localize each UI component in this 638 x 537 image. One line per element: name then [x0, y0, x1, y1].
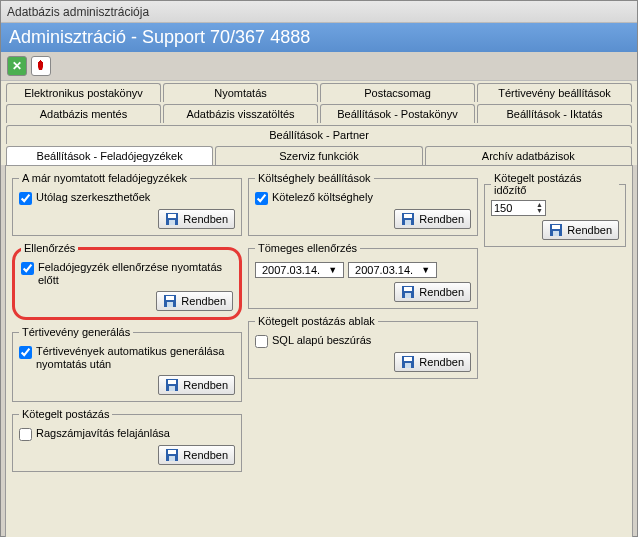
chk-feladojegyzek-ell[interactable] [21, 262, 34, 275]
date-to[interactable]: 2007.03.14. ▼ [348, 262, 437, 278]
chk-ragszam-label: Ragszámjavítás felajánlása [36, 427, 170, 440]
col-2: Költséghely beállítások Kötelező költség… [248, 172, 478, 478]
btn-rendben-idozito[interactable]: Rendben [542, 220, 619, 240]
floppy-icon [165, 212, 179, 226]
svg-rect-4 [166, 296, 174, 300]
group-kotegelt-post-legend: Kötegelt postázás [19, 408, 112, 420]
floppy-icon [401, 212, 415, 226]
group-idozito-legend: Kötegelt postázás időzítő [491, 172, 619, 196]
tab-nyomtatas[interactable]: Nyomtatás [163, 83, 318, 102]
tab-beall-partner[interactable]: Beállítások - Partner [6, 125, 632, 144]
tab-szerviz[interactable]: Szerviz funkciók [215, 146, 422, 165]
group-tomeges: Tömeges ellenőrzés 2007.03.14. ▼ 2007.03… [248, 242, 478, 309]
tab-tertivveveny-beall[interactable]: Tértivevény beállítások [477, 83, 632, 102]
svg-rect-22 [552, 225, 560, 229]
toolbar: ✕ [1, 52, 637, 81]
group-tomeges-legend: Tömeges ellenőrzés [255, 242, 360, 254]
chk-kotelezo-koltseghely[interactable] [255, 192, 268, 205]
svg-rect-1 [168, 214, 176, 218]
btn-rendben-koltseghely[interactable]: Rendben [394, 209, 471, 229]
svg-rect-10 [168, 450, 176, 454]
spin-value: 150 [494, 202, 512, 214]
header: Adminisztráció - Support 70/367 4888 [1, 23, 637, 52]
btn-rendben-nyomtatott[interactable]: Rendben [158, 209, 235, 229]
group-ellenorzes-legend: Ellenőrzés [21, 242, 78, 254]
floppy-icon [165, 448, 179, 462]
svg-rect-20 [405, 363, 411, 368]
tab-postacsomag[interactable]: Postacsomag [320, 83, 475, 102]
date-from[interactable]: 2007.03.14. ▼ [255, 262, 344, 278]
svg-rect-13 [404, 214, 412, 218]
chk-tertivveveny-auto[interactable] [19, 346, 32, 359]
chk-utolag[interactable] [19, 192, 32, 205]
tabs-row-2: Adatbázis mentés Adatbázis visszatöltés … [1, 102, 637, 144]
floppy-icon [401, 285, 415, 299]
floppy-icon [163, 294, 177, 308]
col-1: A már nyomtatott feladójegyzékek Utólag … [12, 172, 242, 478]
chk-kotelezo-koltseghely-label: Kötelező költséghely [272, 191, 373, 204]
group-idozito: Kötegelt postázás időzítő 150 ▲ ▼ Rendbe… [484, 172, 626, 247]
group-ellenorzes: Ellenőrzés Feladójegyzék ellenőrzése nyo… [12, 242, 242, 320]
tab-beall-postakonyv[interactable]: Beállítások - Postakönyv [320, 104, 475, 123]
titlebar: Adatbázis adminisztrációja [1, 1, 637, 23]
group-nyomtatott-legend: A már nyomtatott feladójegyzékek [19, 172, 190, 184]
btn-rendben-ellenorzes[interactable]: Rendben [156, 291, 233, 311]
svg-rect-14 [405, 220, 411, 225]
svg-rect-19 [404, 357, 412, 361]
spin-idozito[interactable]: 150 ▲ ▼ [491, 200, 546, 216]
window-title: Adatbázis adminisztrációja [7, 5, 149, 19]
chk-sql-beszuras[interactable] [255, 335, 268, 348]
tabs-row-1: Elektronikus postakönyv Nyomtatás Postac… [1, 81, 637, 102]
header-title: Adminisztráció - Support 70/367 4888 [9, 27, 310, 47]
svg-rect-11 [169, 456, 175, 461]
group-tertivveveny-legend: Tértivevény generálás [19, 326, 133, 338]
group-koltseghely: Költséghely beállítások Kötelező költség… [248, 172, 478, 236]
window: Adatbázis adminisztrációja Adminisztráci… [0, 0, 638, 537]
tab-elektronikus[interactable]: Elektronikus postakönyv [6, 83, 161, 102]
svg-rect-8 [169, 386, 175, 391]
tabs-row-3: Beállítások - Feladójegyzékek Szerviz fu… [1, 144, 637, 165]
tab-archiv[interactable]: Archív adatbázisok [425, 146, 632, 165]
tab-content: A már nyomtatott feladójegyzékek Utólag … [5, 165, 633, 537]
group-kotegelt-ablak: Kötegelt postázás ablak SQL alapú beszúr… [248, 315, 478, 379]
group-kotegelt-postazas: Kötegelt postázás Ragszámjavítás felaján… [12, 408, 242, 472]
svg-rect-16 [404, 287, 412, 291]
chevron-down-icon: ▼ [324, 265, 341, 275]
svg-rect-2 [169, 220, 175, 225]
chk-ragszam[interactable] [19, 428, 32, 441]
chevron-down-icon: ▼ [417, 265, 434, 275]
group-tertivveveny: Tértivevény generálás Tértivevények auto… [12, 326, 242, 402]
btn-rendben-kotegelt-ablak[interactable]: Rendben [394, 352, 471, 372]
svg-rect-23 [553, 231, 559, 236]
svg-rect-17 [405, 293, 411, 298]
floppy-icon [549, 223, 563, 237]
svg-rect-7 [168, 380, 176, 384]
chk-tertivveveny-auto-label: Tértivevények automatikus generálása nyo… [36, 345, 235, 371]
chk-sql-beszuras-label: SQL alapú beszúrás [272, 334, 371, 347]
btn-rendben-kotegelt-post[interactable]: Rendben [158, 445, 235, 465]
svg-rect-5 [167, 302, 173, 307]
tab-beall-iktatas[interactable]: Beállítások - Iktatás [477, 104, 632, 123]
floppy-icon [401, 355, 415, 369]
floppy-icon [165, 378, 179, 392]
chevron-down-icon: ▼ [536, 208, 543, 214]
group-kotegelt-ablak-legend: Kötegelt postázás ablak [255, 315, 378, 327]
col-3: Kötegelt postázás időzítő 150 ▲ ▼ Rendbe… [484, 172, 626, 478]
confirm-button[interactable]: ✕ [7, 56, 27, 76]
group-koltseghely-legend: Költséghely beállítások [255, 172, 374, 184]
hand-icon [34, 59, 48, 73]
btn-rendben-tomeges[interactable]: Rendben [394, 282, 471, 302]
chk-utolag-label: Utólag szerkeszthetőek [36, 191, 150, 204]
tab-beall-feladojegyzekek[interactable]: Beállítások - Feladójegyzékek [6, 146, 213, 165]
tab-visszatoltes[interactable]: Adatbázis visszatöltés [163, 104, 318, 123]
group-nyomtatott: A már nyomtatott feladójegyzékek Utólag … [12, 172, 242, 236]
stop-button[interactable] [31, 56, 51, 76]
chk-feladojegyzek-ell-label: Feladójegyzék ellenőrzése nyomtatás előt… [38, 261, 233, 287]
spin-buttons[interactable]: ▲ ▼ [536, 202, 543, 214]
btn-rendben-tertivveveny[interactable]: Rendben [158, 375, 235, 395]
tab-mentes[interactable]: Adatbázis mentés [6, 104, 161, 123]
